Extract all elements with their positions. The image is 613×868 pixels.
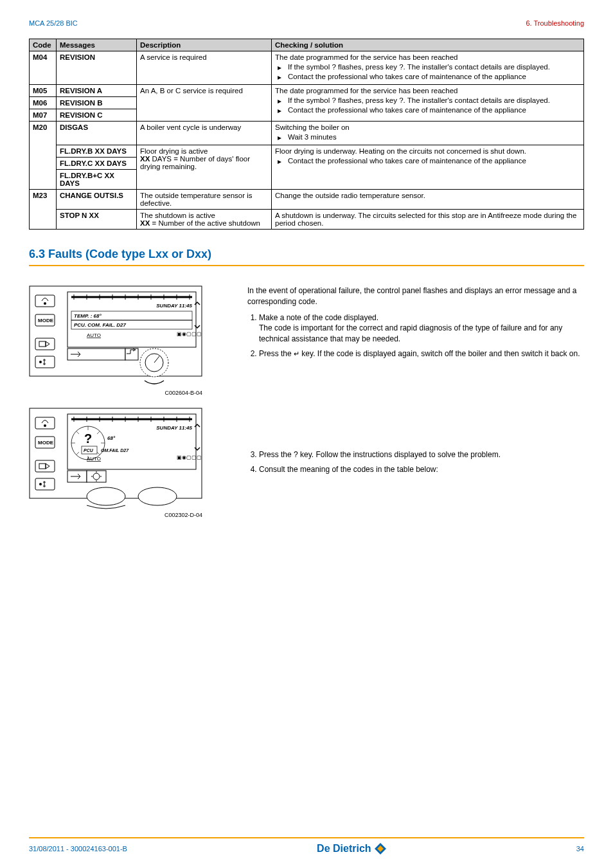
cell-msg: REVISION A: [57, 85, 137, 97]
doc-model-header: MCA 25/28 BIC: [29, 19, 78, 27]
svg-rect-55: [35, 478, 55, 490]
svg-point-51: [44, 424, 46, 427]
svg-point-21: [39, 361, 42, 363]
cell-desc: The outside temperature sensor is defect…: [137, 190, 272, 210]
chk-bullet: If the symbol ? flashes, press key ?. Th…: [275, 63, 580, 71]
cell-code: M06: [30, 97, 57, 109]
control-panel-illustration-1: SUNDAY 11:45 TEMP. : 68° PCU. COM. FAIL.…: [29, 285, 202, 388]
panel-auto: AUTO: [87, 456, 101, 462]
step-3: Press the ? key. Follow the instructions…: [259, 449, 584, 460]
figure-caption-1: C002604-B-04: [29, 390, 202, 396]
section-heading-6-3: 6.3 Faults (Code type Lxx or Dxx): [29, 248, 584, 261]
cell-msg: FL.DRY.C XX DAYS: [57, 158, 137, 170]
panel-clock: SUNDAY 11:45: [156, 425, 192, 431]
svg-rect-26: [125, 348, 138, 360]
svg-point-16: [44, 302, 46, 305]
section-rule: [29, 265, 584, 266]
cell-code: [30, 158, 57, 170]
brand-logo: De Dietrich: [317, 842, 386, 855]
panel-icons-row: ▣◉▢▢▢: [177, 455, 202, 460]
cell-desc: A boiler vent cycle is underway: [137, 122, 272, 145]
cell-code: [30, 145, 57, 158]
chk-bullet: Wait 3 minutes: [275, 133, 580, 141]
panel-clock: SUNDAY 11:45: [156, 303, 192, 309]
brand-diamond-icon: [374, 842, 387, 855]
step-1b: The code is important for the correct an…: [259, 323, 562, 343]
table-row: M20 DISGAS A boiler vent cycle is underw…: [30, 122, 584, 145]
panel-pcu-label: PCU: [84, 448, 94, 453]
cell-desc: A service is required: [137, 51, 272, 85]
desc-suffix: = Number of the active shutdown: [150, 219, 260, 227]
cell-msg: FL.DRY.B XX DAYS: [57, 145, 137, 158]
cell-desc: Floor drying is active XX DAYS = Number …: [137, 145, 272, 190]
chk-intro: Floor drying is underway. Heating on the…: [275, 147, 580, 155]
mode-button-label: MODE: [38, 440, 54, 446]
brand-name: De Dietrich: [317, 843, 371, 854]
troubleshoot-table: Code Messages Description Checking / sol…: [29, 39, 584, 230]
question-mark-icon: ?: [84, 431, 92, 446]
cell-code: M20: [30, 122, 57, 145]
th-code: Code: [30, 39, 57, 51]
svg-point-64: [87, 487, 125, 505]
desc-xx: XX: [140, 155, 150, 163]
panel-fail-line: PCU. COM. FAIL. D27: [74, 322, 126, 328]
chk-bullet: Contact the professional who takes care …: [275, 73, 580, 80]
desc-xx: XX: [140, 219, 150, 227]
cell-msg: DISGAS: [57, 122, 137, 145]
cell-chk: The date programmed for the service has …: [272, 51, 584, 85]
cell-msg: REVISION B: [57, 97, 137, 109]
step-2: Press the ↵ key. If the code is displaye…: [259, 348, 584, 359]
footer-rule: [29, 837, 584, 838]
step-4: Consult the meaning of the codes in the …: [259, 464, 584, 475]
cell-msg: STOP N XX: [57, 210, 137, 230]
chk-bullet: Contact the professional who takes care …: [275, 106, 580, 114]
table-row: M05 REVISION A An A, B or C service is r…: [30, 85, 584, 97]
svg-rect-15: [35, 295, 55, 307]
cell-msg: REVISION: [57, 51, 137, 85]
chk-intro: Switching the boiler on: [275, 123, 580, 131]
table-row: M23 CHANGE OUTSI.S The outside temperatu…: [30, 190, 584, 210]
svg-point-65: [138, 487, 177, 505]
cell-code: M07: [30, 109, 57, 122]
cell-desc: The shutdown is active XX = Number of th…: [137, 210, 272, 230]
chk-bullet: If the symbol ? flashes, press key ?. Th…: [275, 96, 580, 104]
svg-rect-53: [35, 460, 55, 472]
cell-chk: The date programmed for the service has …: [272, 85, 584, 122]
cell-chk: Floor drying is underway. Heating on the…: [272, 145, 584, 190]
cell-code: M23: [30, 190, 57, 210]
svg-point-56: [39, 483, 42, 485]
panel-temp-68: 68°: [107, 435, 116, 441]
cell-code: [30, 170, 57, 190]
cell-msg: CHANGE OUTSI.S: [57, 190, 137, 210]
chk-intro: The date programmed for the service has …: [275, 87, 580, 95]
page-number: 34: [576, 845, 584, 853]
step-1a: Make a note of the code displayed.: [259, 313, 378, 322]
svg-rect-1: [67, 292, 196, 347]
th-description: Description: [137, 39, 272, 51]
cell-code: M05: [30, 85, 57, 97]
control-panel-illustration-2: SUNDAY 11:45 ? 68° PCU OM.FAIL D27 AUTO …: [29, 408, 202, 511]
desc-line: Floor drying is active: [140, 147, 208, 155]
return-key-icon: ↵: [294, 350, 299, 357]
cell-msg: REVISION C: [57, 109, 137, 122]
chk-bullet: Contact the professional who takes care …: [275, 157, 580, 165]
step-2a: Press the: [259, 349, 294, 358]
mode-button-label: MODE: [38, 318, 54, 323]
table-row: FL.DRY.B XX DAYS Floor drying is active …: [30, 145, 584, 158]
step-1: Make a note of the code displayed. The c…: [259, 312, 584, 345]
panel-temp-line: TEMP. : 68°: [74, 313, 102, 319]
footer-date-docnum: 31/08/2011 - 300024163-001-B: [29, 845, 127, 853]
cell-msg: FL.DRY.B+C XX DAYS: [57, 170, 137, 190]
chk-intro: The date programmed for the service has …: [275, 53, 580, 61]
th-checking: Checking / solution: [272, 39, 584, 51]
svg-rect-20: [35, 356, 55, 368]
cell-chk: A shutdown is underway. The circuits sel…: [272, 210, 584, 230]
figure-caption-2: C002302-D-04: [29, 512, 202, 518]
cell-code: M04: [30, 51, 57, 85]
desc-line: The shutdown is active: [140, 212, 215, 219]
doc-section-header: 6. Troubleshooting: [526, 19, 584, 27]
section-intro: In the event of operational failure, the…: [247, 285, 584, 307]
table-row: STOP N XX The shutdown is active XX = Nu…: [30, 210, 584, 230]
svg-rect-50: [35, 417, 55, 429]
th-messages: Messages: [57, 39, 137, 51]
